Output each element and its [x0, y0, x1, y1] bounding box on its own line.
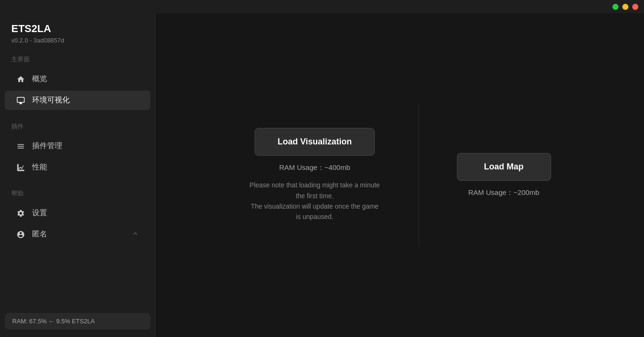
app-title: ETS2LA	[0, 23, 155, 35]
load-visualization-card: Load Visualization RAM Usage：~400mb Plea…	[249, 128, 381, 222]
section-label-plugins: 插件	[0, 111, 155, 135]
sidebar-item-overview-label: 概览	[32, 74, 47, 84]
load-map-button[interactable]: Load Map	[457, 153, 551, 181]
home-icon	[16, 75, 25, 84]
sidebar-item-settings-label: 设置	[32, 208, 47, 218]
sidebar-bottom: RAM: 67.5% ← 9.5% ETS2LA	[0, 305, 155, 337]
sidebar-item-performance-label: 性能	[32, 162, 47, 172]
app-body: ETS2LA v0.2.0 - 3ad08857d 主界面 概览 环境可视化 插…	[0, 13, 644, 337]
divider	[419, 104, 419, 246]
app-version: v0.2.0 - 3ad08857d	[0, 35, 155, 44]
sidebar-item-overview[interactable]: 概览	[5, 69, 150, 89]
sidebar-item-anonymous-label: 匿名	[32, 229, 47, 239]
ram-status-bar: RAM: 67.5% ← 9.5% ETS2LA	[5, 313, 150, 329]
monitor-icon	[16, 96, 25, 105]
chevron-up-icon	[132, 230, 139, 239]
sidebar-item-anonymous[interactable]: 匿名	[5, 225, 150, 244]
main-content: Load Visualization RAM Usage：~400mb Plea…	[156, 13, 644, 337]
traffic-light-red[interactable]	[632, 4, 638, 10]
traffic-light-yellow[interactable]	[622, 4, 628, 10]
ram-status-text: RAM: 67.5% ← 9.5% ETS2LA	[12, 318, 95, 325]
menu-icon	[16, 142, 25, 151]
chart-icon	[16, 163, 25, 172]
section-label-main: 主界面	[0, 44, 155, 68]
load-visualization-ram: RAM Usage：~400mb	[279, 163, 350, 172]
load-map-card: Load Map RAM Usage：~200mb	[457, 153, 551, 197]
load-map-ram: RAM Usage：~200mb	[468, 188, 539, 197]
sidebar-item-settings[interactable]: 设置	[5, 203, 150, 223]
gear-icon	[16, 209, 25, 218]
load-visualization-button[interactable]: Load Visualization	[255, 128, 375, 156]
sidebar-item-env-viz[interactable]: 环境可视化	[5, 91, 150, 110]
sidebar-item-env-viz-label: 环境可视化	[32, 95, 70, 105]
sidebar-item-performance[interactable]: 性能	[5, 158, 150, 177]
sidebar-item-plugin-mgmt-label: 插件管理	[32, 141, 62, 151]
anonymous-icon	[16, 230, 25, 239]
sidebar: ETS2LA v0.2.0 - 3ad08857d 主界面 概览 环境可视化 插…	[0, 13, 156, 337]
section-label-help: 帮助	[0, 178, 155, 202]
traffic-lights	[612, 4, 638, 10]
titlebar	[0, 0, 644, 13]
load-visualization-note: Please note that loading might take a mi…	[249, 180, 381, 222]
traffic-light-green[interactable]	[612, 4, 619, 10]
sidebar-item-plugin-mgmt[interactable]: 插件管理	[5, 136, 150, 156]
